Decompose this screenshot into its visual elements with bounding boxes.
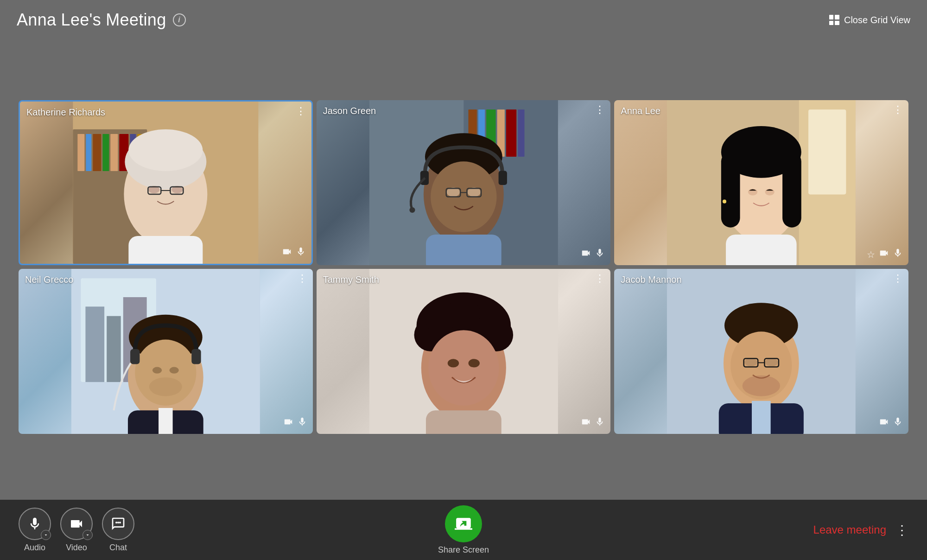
toolbar-left: Audio Video Chat (19, 508, 134, 553)
menu-tammy[interactable]: ⋮ (595, 274, 605, 284)
star-icon-anna[interactable]: ☆ (867, 249, 875, 260)
video-chevron[interactable] (83, 530, 93, 540)
chat-button[interactable]: Chat (102, 508, 134, 553)
share-screen-button[interactable]: Share Screen (438, 505, 489, 555)
toolbar: Audio Video Chat Share Screen (0, 500, 927, 560)
camera-icon (69, 516, 84, 531)
svg-point-12 (128, 129, 203, 171)
video-feed-katherine (20, 102, 311, 264)
svg-rect-49 (726, 235, 797, 265)
menu-jacob[interactable]: ⋮ (893, 274, 903, 284)
mic-icon-jacob (893, 417, 903, 429)
close-grid-label: Close Grid View (844, 15, 910, 25)
svg-point-74 (447, 297, 480, 330)
chat-button-circle (102, 508, 134, 540)
menu-anna[interactable]: ⋮ (893, 105, 903, 115)
svg-rect-3 (86, 134, 91, 171)
controls-tammy (581, 417, 605, 429)
header-left: Anna Lee's Meeting i (17, 10, 186, 30)
video-label: Video (66, 543, 87, 553)
tile-jason: Jason Green ⋮ (317, 100, 611, 265)
svg-rect-90 (752, 401, 771, 434)
tile-jacob: Jacob Mannon ⋮ (614, 269, 908, 434)
svg-rect-25 (506, 109, 516, 157)
chevron-down-icon (85, 532, 90, 538)
mic-icon-anna (893, 248, 903, 261)
header: Anna Lee's Meeting i Close Grid View (0, 0, 927, 34)
svg-point-75 (428, 330, 499, 406)
svg-rect-4 (93, 134, 101, 171)
svg-rect-18 (128, 236, 203, 264)
audio-chevron[interactable] (41, 530, 51, 540)
video-icon-jacob (879, 417, 889, 429)
video-feed-jason (317, 100, 611, 265)
leave-meeting-button[interactable]: Leave meeting (813, 523, 886, 536)
controls-neil (283, 417, 307, 429)
video-feed-jacob (614, 269, 908, 434)
svg-rect-5 (102, 134, 109, 171)
svg-point-37 (409, 207, 415, 213)
svg-point-84 (745, 358, 757, 366)
chevron-down-icon (43, 532, 49, 538)
svg-rect-78 (426, 410, 502, 434)
svg-point-76 (447, 359, 458, 367)
controls-katherine (282, 247, 306, 259)
video-grid: Katherine Richards ⋮ (19, 100, 908, 434)
close-grid-button[interactable]: Close Grid View (829, 15, 910, 25)
grid-icon (829, 15, 839, 25)
toolbar-center: Share Screen (438, 505, 489, 555)
audio-label: Audio (24, 543, 45, 553)
svg-rect-45 (782, 152, 801, 228)
toolbar-right: Leave meeting ⋮ (813, 522, 908, 538)
svg-rect-6 (110, 134, 118, 171)
menu-neil[interactable]: ⋮ (297, 274, 307, 284)
more-options-button[interactable]: ⋮ (895, 522, 908, 538)
video-button[interactable]: Video (60, 508, 93, 553)
tile-tammy: Tammy Smith ⋮ (317, 269, 611, 434)
name-anna: Anna Lee (621, 106, 660, 116)
info-icon[interactable]: i (173, 13, 186, 26)
svg-rect-38 (426, 235, 502, 265)
svg-point-59 (152, 367, 162, 374)
video-button-circle (60, 508, 93, 540)
svg-point-60 (169, 367, 178, 374)
video-grid-container: Katherine Richards ⋮ (0, 34, 927, 500)
share-screen-label: Share Screen (438, 545, 489, 555)
svg-point-85 (766, 358, 778, 366)
menu-katherine[interactable]: ⋮ (296, 106, 306, 116)
svg-rect-62 (130, 349, 140, 364)
chat-icon (111, 516, 126, 531)
controls-anna: ☆ (867, 248, 903, 261)
video-icon-katherine (282, 247, 292, 259)
svg-rect-26 (518, 109, 524, 157)
tile-neil: Neil Grecco ⋮ (19, 269, 313, 434)
svg-rect-65 (159, 408, 173, 434)
mic-icon-tammy (595, 417, 605, 429)
svg-rect-44 (721, 152, 740, 228)
video-icon-neil (283, 417, 293, 429)
name-tammy: Tammy Smith (323, 274, 379, 285)
svg-rect-36 (498, 171, 507, 185)
name-jason: Jason Green (323, 106, 376, 116)
name-neil: Neil Grecco (25, 274, 73, 285)
tile-katherine: Katherine Richards ⋮ (19, 100, 313, 265)
menu-jason[interactable]: ⋮ (595, 105, 605, 115)
tile-anna: Anna Lee ⋮ ☆ (614, 100, 908, 265)
svg-rect-54 (107, 316, 121, 382)
svg-rect-53 (85, 306, 104, 382)
svg-point-91 (115, 522, 117, 523)
mic-icon-katherine (296, 247, 306, 259)
svg-point-77 (468, 359, 479, 367)
audio-button[interactable]: Audio (19, 508, 51, 553)
name-katherine: Katherine Richards (26, 107, 105, 118)
video-feed-tammy (317, 269, 611, 434)
mic-icon-neil (297, 417, 307, 429)
svg-point-93 (119, 522, 121, 523)
svg-rect-63 (191, 349, 201, 364)
controls-jacob (879, 417, 903, 429)
svg-rect-2 (77, 134, 84, 171)
svg-point-29 (431, 161, 496, 232)
video-icon-anna (879, 248, 889, 261)
share-screen-circle (445, 505, 482, 542)
name-jacob: Jacob Mannon (621, 274, 681, 285)
